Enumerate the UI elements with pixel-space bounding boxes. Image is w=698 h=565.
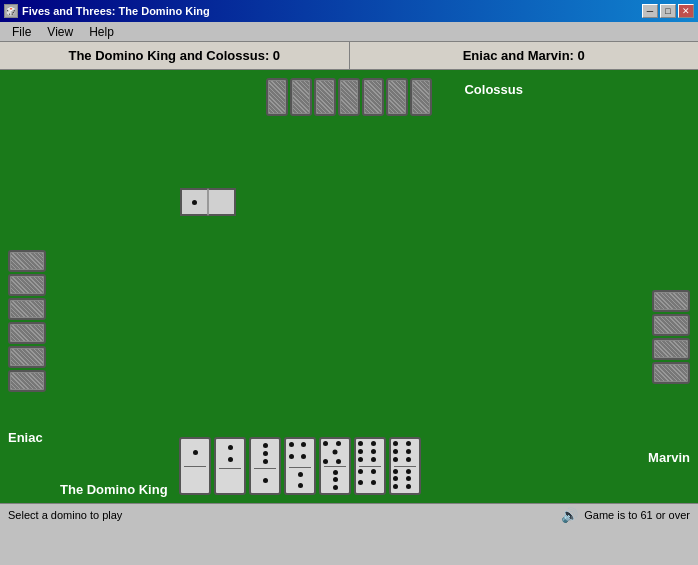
colossus-tile-5 [362,78,384,116]
game-status: Game is to 61 or over [584,509,690,521]
center-right-half [208,188,236,216]
marvin-tile-3 [652,338,690,360]
status-right: 🔊 Game is to 61 or over [561,507,698,523]
marvin-tile-1 [652,290,690,312]
marvin-hand [652,290,690,384]
eniac-tile-2 [8,274,46,296]
colossus-tile-6 [386,78,408,116]
score-bar: The Domino King and Colossus: 0 Eniac an… [0,42,698,70]
status-bar: Select a domino to play 🔊 Game is to 61 … [0,503,698,525]
king-tile-7[interactable] [389,437,421,495]
king-tile-1[interactable] [179,437,211,495]
marvin-label: Marvin [648,450,690,465]
menu-bar: File View Help [0,22,698,42]
score-right: Eniac and Marvin: 0 [350,42,699,69]
marvin-tile-2 [652,314,690,336]
eniac-label: Eniac [8,430,43,445]
speaker-icon: 🔊 [561,507,578,523]
eniac-hand [8,250,46,392]
eniac-tile-1 [8,250,46,272]
colossus-tile-4 [338,78,360,116]
eniac-tile-5 [8,346,46,368]
title-bar-buttons: ─ □ ✕ [642,4,694,18]
king-tile-4[interactable] [284,437,316,495]
king-hand [179,437,421,495]
menu-help[interactable]: Help [81,23,122,41]
colossus-tile-1 [266,78,288,116]
minimize-button[interactable]: ─ [642,4,658,18]
king-tile-5[interactable] [319,437,351,495]
colossus-tile-7 [410,78,432,116]
center-left-half [180,188,208,216]
colossus-tile-2 [290,78,312,116]
score-left: The Domino King and Colossus: 0 [0,42,350,69]
eniac-tile-6 [8,370,46,392]
close-button[interactable]: ✕ [678,4,694,18]
eniac-tile-4 [8,322,46,344]
status-message: Select a domino to play [0,509,561,521]
colossus-tile-3 [314,78,336,116]
king-tile-3[interactable] [249,437,281,495]
title-bar: 🎲 Fives and Threes: The Domino King ─ □ … [0,0,698,22]
center-domino [180,188,236,216]
king-label: The Domino King [60,482,168,497]
colossus-hand [266,78,432,116]
app-icon: 🎲 [4,4,18,18]
eniac-tile-3 [8,298,46,320]
window-title: Fives and Threes: The Domino King [22,5,210,17]
king-tile-2[interactable] [214,437,246,495]
colossus-label: Colossus [464,82,523,97]
menu-view[interactable]: View [39,23,81,41]
menu-file[interactable]: File [4,23,39,41]
game-area: Colossus Eniac Marvin The Domino King [0,70,698,525]
marvin-tile-4 [652,362,690,384]
maximize-button[interactable]: □ [660,4,676,18]
king-tile-6[interactable] [354,437,386,495]
title-bar-left: 🎲 Fives and Threes: The Domino King [4,4,210,18]
